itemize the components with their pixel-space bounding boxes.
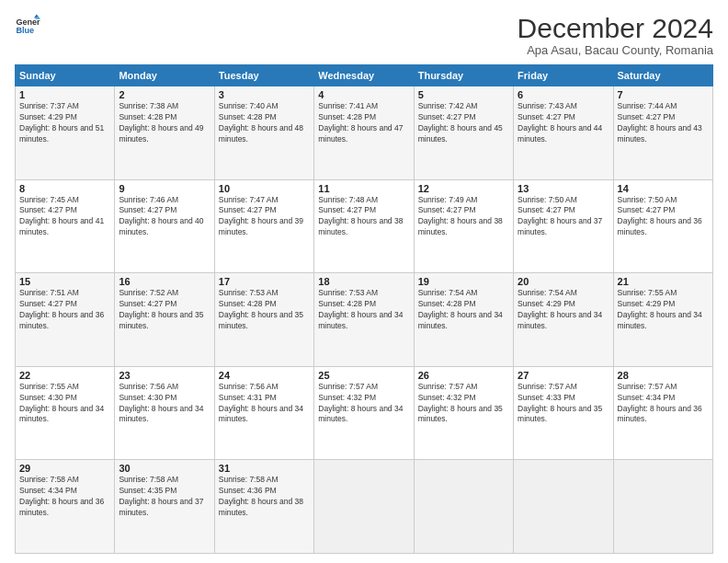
day-number: 12 <box>418 183 509 194</box>
sunrise-label: Sunrise: 7:50 AM <box>618 195 677 204</box>
calendar-cell: 28 Sunrise: 7:57 AM Sunset: 4:34 PM Dayl… <box>613 366 712 460</box>
daylight-label: Daylight: 8 hours and 36 minutes. <box>19 497 104 517</box>
sunrise-label: Sunrise: 7:52 AM <box>119 288 178 297</box>
calendar-cell <box>414 460 513 554</box>
calendar-cell: 11 Sunrise: 7:48 AM Sunset: 4:27 PM Dayl… <box>314 179 414 273</box>
daylight-label: Daylight: 8 hours and 34 minutes. <box>119 404 203 424</box>
calendar-cell: 6 Sunrise: 7:43 AM Sunset: 4:27 PM Dayli… <box>514 86 613 180</box>
svg-text:Blue: Blue <box>16 26 34 35</box>
sunset-label: Sunset: 4:36 PM <box>219 486 277 495</box>
sunrise-label: Sunrise: 7:51 AM <box>19 288 79 297</box>
sunrise-label: Sunrise: 7:46 AM <box>119 195 178 204</box>
sunrise-label: Sunrise: 7:57 AM <box>318 382 378 391</box>
daylight-label: Daylight: 8 hours and 37 minutes. <box>119 497 203 517</box>
sunrise-label: Sunrise: 7:55 AM <box>19 382 79 391</box>
title-section: December 2024 Apa Asau, Bacau County, Ro… <box>518 13 713 57</box>
calendar-cell: 2 Sunrise: 7:38 AM Sunset: 4:28 PM Dayli… <box>115 86 214 180</box>
sunrise-label: Sunrise: 7:57 AM <box>618 382 677 391</box>
daylight-label: Daylight: 8 hours and 34 minutes. <box>618 310 702 330</box>
day-info: Sunrise: 7:45 AM Sunset: 4:27 PM Dayligh… <box>19 195 110 239</box>
sunset-label: Sunset: 4:28 PM <box>219 112 277 121</box>
day-info: Sunrise: 7:53 AM Sunset: 4:28 PM Dayligh… <box>318 288 409 332</box>
daylight-label: Daylight: 8 hours and 35 minutes. <box>119 310 203 330</box>
sunset-label: Sunset: 4:27 PM <box>618 205 676 214</box>
calendar-cell: 10 Sunrise: 7:47 AM Sunset: 4:27 PM Dayl… <box>214 179 313 273</box>
daylight-label: Daylight: 8 hours and 45 minutes. <box>418 123 503 144</box>
calendar-cell: 13 Sunrise: 7:50 AM Sunset: 4:27 PM Dayl… <box>514 179 613 273</box>
sunset-label: Sunset: 4:29 PM <box>19 112 77 121</box>
day-info: Sunrise: 7:48 AM Sunset: 4:27 PM Dayligh… <box>318 195 409 239</box>
day-number: 16 <box>119 276 210 287</box>
day-info: Sunrise: 7:55 AM Sunset: 4:29 PM Dayligh… <box>618 288 709 332</box>
sunrise-label: Sunrise: 7:44 AM <box>618 101 677 110</box>
day-number: 2 <box>119 89 210 100</box>
sunrise-label: Sunrise: 7:55 AM <box>618 288 677 297</box>
sunset-label: Sunset: 4:35 PM <box>119 486 176 495</box>
calendar-cell: 23 Sunrise: 7:56 AM Sunset: 4:30 PM Dayl… <box>115 366 214 460</box>
calendar-table: SundayMondayTuesdayWednesdayThursdayFrid… <box>15 64 713 554</box>
weekday-header: Wednesday <box>314 65 414 86</box>
day-info: Sunrise: 7:58 AM Sunset: 4:35 PM Dayligh… <box>119 475 210 519</box>
sunrise-label: Sunrise: 7:57 AM <box>518 382 577 391</box>
daylight-label: Daylight: 8 hours and 34 minutes. <box>219 404 303 424</box>
sunset-label: Sunset: 4:28 PM <box>318 299 376 308</box>
day-number: 26 <box>418 370 509 381</box>
sunrise-label: Sunrise: 7:43 AM <box>518 101 577 110</box>
day-info: Sunrise: 7:58 AM Sunset: 4:36 PM Dayligh… <box>219 475 310 519</box>
day-info: Sunrise: 7:57 AM Sunset: 4:34 PM Dayligh… <box>618 382 709 426</box>
sunset-label: Sunset: 4:34 PM <box>19 486 77 495</box>
calendar-cell: 29 Sunrise: 7:58 AM Sunset: 4:34 PM Dayl… <box>16 460 115 554</box>
sunset-label: Sunset: 4:34 PM <box>618 393 676 402</box>
day-info: Sunrise: 7:51 AM Sunset: 4:27 PM Dayligh… <box>19 288 110 332</box>
day-info: Sunrise: 7:56 AM Sunset: 4:30 PM Dayligh… <box>119 382 210 426</box>
daylight-label: Daylight: 8 hours and 34 minutes. <box>318 404 403 424</box>
daylight-label: Daylight: 8 hours and 49 minutes. <box>119 123 203 144</box>
daylight-label: Daylight: 8 hours and 43 minutes. <box>618 123 702 144</box>
sunrise-label: Sunrise: 7:58 AM <box>19 475 79 484</box>
calendar-cell: 12 Sunrise: 7:49 AM Sunset: 4:27 PM Dayl… <box>414 179 513 273</box>
calendar-cell: 27 Sunrise: 7:57 AM Sunset: 4:33 PM Dayl… <box>514 366 613 460</box>
sunrise-label: Sunrise: 7:48 AM <box>318 195 378 204</box>
sunset-label: Sunset: 4:31 PM <box>219 393 277 402</box>
day-info: Sunrise: 7:57 AM Sunset: 4:33 PM Dayligh… <box>518 382 609 426</box>
daylight-label: Daylight: 8 hours and 34 minutes. <box>418 310 503 330</box>
day-info: Sunrise: 7:47 AM Sunset: 4:27 PM Dayligh… <box>219 195 310 239</box>
day-number: 25 <box>318 370 409 381</box>
day-info: Sunrise: 7:37 AM Sunset: 4:29 PM Dayligh… <box>19 101 110 145</box>
day-info: Sunrise: 7:44 AM Sunset: 4:27 PM Dayligh… <box>618 101 709 145</box>
day-number: 30 <box>119 463 210 474</box>
sunrise-label: Sunrise: 7:45 AM <box>19 195 79 204</box>
sunset-label: Sunset: 4:28 PM <box>418 299 476 308</box>
calendar-cell: 1 Sunrise: 7:37 AM Sunset: 4:29 PM Dayli… <box>16 86 115 180</box>
sunset-label: Sunset: 4:29 PM <box>618 299 676 308</box>
sunset-label: Sunset: 4:27 PM <box>19 299 77 308</box>
calendar-cell: 18 Sunrise: 7:53 AM Sunset: 4:28 PM Dayl… <box>314 273 414 367</box>
day-number: 22 <box>19 370 110 381</box>
calendar-cell: 16 Sunrise: 7:52 AM Sunset: 4:27 PM Dayl… <box>115 273 214 367</box>
sunset-label: Sunset: 4:27 PM <box>219 205 277 214</box>
calendar-cell: 4 Sunrise: 7:41 AM Sunset: 4:28 PM Dayli… <box>314 86 414 180</box>
day-number: 6 <box>518 89 609 100</box>
sunset-label: Sunset: 4:30 PM <box>119 393 176 402</box>
sunrise-label: Sunrise: 7:49 AM <box>418 195 478 204</box>
sunrise-label: Sunrise: 7:37 AM <box>19 101 79 110</box>
day-info: Sunrise: 7:57 AM Sunset: 4:32 PM Dayligh… <box>318 382 409 426</box>
day-number: 29 <box>19 463 110 474</box>
calendar-cell: 31 Sunrise: 7:58 AM Sunset: 4:36 PM Dayl… <box>214 460 313 554</box>
sunrise-label: Sunrise: 7:42 AM <box>418 101 478 110</box>
sunrise-label: Sunrise: 7:47 AM <box>219 195 279 204</box>
sunrise-label: Sunrise: 7:38 AM <box>119 101 178 110</box>
day-info: Sunrise: 7:46 AM Sunset: 4:27 PM Dayligh… <box>119 195 210 239</box>
daylight-label: Daylight: 8 hours and 35 minutes. <box>518 404 602 424</box>
day-number: 8 <box>19 183 110 194</box>
day-info: Sunrise: 7:58 AM Sunset: 4:34 PM Dayligh… <box>19 475 110 519</box>
day-number: 15 <box>19 276 110 287</box>
day-number: 14 <box>618 183 709 194</box>
daylight-label: Daylight: 8 hours and 36 minutes. <box>618 216 702 236</box>
day-info: Sunrise: 7:38 AM Sunset: 4:28 PM Dayligh… <box>119 101 210 145</box>
daylight-label: Daylight: 8 hours and 37 minutes. <box>518 216 602 236</box>
sunrise-label: Sunrise: 7:56 AM <box>119 382 178 391</box>
calendar-cell <box>314 460 414 554</box>
calendar-cell: 5 Sunrise: 7:42 AM Sunset: 4:27 PM Dayli… <box>414 86 513 180</box>
calendar-cell: 19 Sunrise: 7:54 AM Sunset: 4:28 PM Dayl… <box>414 273 513 367</box>
